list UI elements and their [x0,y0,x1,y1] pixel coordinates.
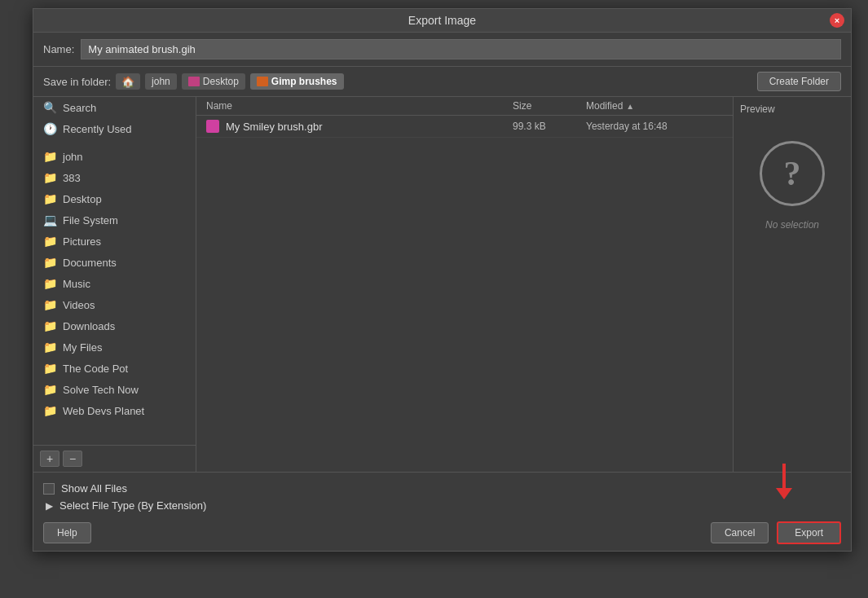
sidebar-documents-label: Documents [63,257,117,269]
create-folder-button[interactable]: Create Folder [757,72,841,91]
folder-icon-john: 📁 [43,150,56,163]
col-header-name[interactable]: Name [196,100,513,112]
sidebar-scroll: 🔍 Search 🕐 Recently Used 📁 john 📁 383 [33,97,196,445]
file-cell-name: My Smiley brush.gbr [196,120,513,133]
sidebar-item-downloads[interactable]: 📁 Downloads [33,315,196,336]
sidebar-item-the-code-pot[interactable]: 📁 The Code Pot [33,358,196,379]
sidebar-desktop-label: Desktop [63,193,102,205]
sidebar-item-pictures[interactable]: 📁 Pictures [33,231,196,252]
filename-input[interactable] [81,39,841,59]
export-dialog: Export Image × Name: Save in folder: 🏠 j… [33,8,852,552]
folder-icon-solve-tech-now: 📁 [43,383,56,396]
breadcrumb-gimp-brushes-label: Gimp brushes [271,76,337,87]
sidebar-item-desktop[interactable]: 📁 Desktop [33,188,196,209]
folder-icon-the-code-pot: 📁 [43,362,56,375]
table-row[interactable]: My Smiley brush.gbr 99.3 kB Yesterday at… [196,116,733,138]
select-file-type-label: Select File Type (By Extension) [59,499,206,512]
action-buttons: Help Cancel Export [43,518,841,544]
sidebar-item-solve-tech-now[interactable]: 📁 Solve Tech Now [33,379,196,400]
sidebar-recently-used-label: Recently Used [63,123,132,135]
export-button-container: Export [777,521,841,544]
name-label: Name: [43,43,74,55]
sidebar-item-web-devs-planet[interactable]: 📁 Web Devs Planet [33,400,196,421]
cancel-button[interactable]: Cancel [711,522,769,543]
sort-arrow-icon: ▲ [626,102,634,111]
arrow-shaft [782,464,786,488]
preview-label: Preview [740,103,775,115]
sidebar-item-music[interactable]: 📁 Music [33,273,196,294]
folder-row: Save in folder: 🏠 john Desktop Gimp brus… [33,67,851,97]
save-in-folder-label: Save in folder: [43,76,111,88]
breadcrumb-john-label: john [152,76,170,87]
sidebar-item-my-files[interactable]: 📁 My Files [33,336,196,358]
column-headers: Name Size Modified ▲ [196,97,733,116]
help-button[interactable]: Help [43,522,91,543]
recently-used-icon: 🕐 [43,122,56,135]
name-row: Name: [33,33,851,67]
folder-icon-pictures: 📁 [43,235,56,248]
show-all-files-label: Show All Files [61,482,127,495]
sidebar-item-videos[interactable]: 📁 Videos [33,294,196,315]
add-bookmark-button[interactable]: + [40,451,59,467]
sidebar-the-code-pot-label: The Code Pot [63,363,128,375]
folder-icon-downloads: 📁 [43,319,56,332]
desktop-folder-icon [188,77,200,86]
sidebar-item-search[interactable]: 🔍 Search [33,97,196,118]
sidebar-john-label: john [63,151,83,163]
folder-icon-383: 📁 [43,171,56,184]
no-selection-text: No selection [765,219,819,231]
options-row: Show All Files ▶ Select File Type (By Ex… [43,479,841,518]
title-bar: Export Image × [33,9,851,33]
expand-icon: ▶ [43,500,55,512]
file-name: My Smiley brush.gbr [226,121,322,133]
breadcrumb-desktop-label: Desktop [203,76,239,87]
sidebar-item-john[interactable]: 📁 john [33,146,196,167]
home-icon: 🏠 [122,76,134,87]
breadcrumb-home[interactable]: 🏠 [116,73,140,90]
sidebar-my-files-label: My Files [63,341,102,354]
show-all-files-row[interactable]: Show All Files [43,482,841,495]
dialog-title: Export Image [408,14,476,27]
folder-icon-web-devs-planet: 📁 [43,404,56,417]
file-rows: My Smiley brush.gbr 99.3 kB Yesterday at… [196,116,733,472]
folder-icon-my-files: 📁 [43,341,56,354]
breadcrumb-john[interactable]: john [145,73,177,90]
gimp-brushes-folder-icon [257,77,268,86]
file-system-icon: 💻 [43,213,56,226]
file-cell-modified: Yesterday at 16:48 [586,121,733,132]
col-header-modified[interactable]: Modified ▲ [586,100,733,112]
search-icon: 🔍 [43,101,56,114]
sidebar-downloads-label: Downloads [63,320,115,332]
sidebar-search-label: Search [63,102,96,114]
breadcrumb-gimp-brushes[interactable]: Gimp brushes [250,73,344,90]
col-header-size[interactable]: Size [513,100,586,112]
bottom-area: Show All Files ▶ Select File Type (By Ex… [33,472,851,551]
main-area: 🔍 Search 🕐 Recently Used 📁 john 📁 383 [33,97,851,472]
sidebar-item-recently-used[interactable]: 🕐 Recently Used [33,118,196,139]
folder-icon-desktop: 📁 [43,192,56,205]
sidebar-item-file-system[interactable]: 💻 File System [33,209,196,231]
sidebar-item-383[interactable]: 📁 383 [33,167,196,188]
breadcrumb-desktop[interactable]: Desktop [182,73,245,90]
folder-icon-music: 📁 [43,277,56,290]
file-thumbnail [206,120,219,133]
export-button[interactable]: Export [777,521,841,544]
sidebar-item-documents[interactable]: 📁 Documents [33,252,196,273]
arrow-indicator [776,464,792,499]
preview-icon-circle: ? [760,141,825,206]
sidebar-383-label: 383 [63,172,81,184]
close-button[interactable]: × [830,13,844,28]
file-cell-size: 99.3 kB [513,121,586,132]
preview-panel: Preview ? No selection [733,97,851,472]
folder-icon-documents: 📁 [43,256,56,269]
remove-bookmark-button[interactable]: − [63,451,82,467]
sidebar-solve-tech-now-label: Solve Tech Now [63,384,139,396]
select-file-type-row[interactable]: ▶ Select File Type (By Extension) [43,499,841,512]
arrow-head [776,488,792,499]
sidebar-pictures-label: Pictures [63,235,101,248]
sidebar-add-remove: + − [33,445,196,472]
show-all-files-checkbox[interactable] [43,483,55,495]
file-list-area: Name Size Modified ▲ My Smiley brush.gbr… [196,97,733,472]
sidebar-music-label: Music [63,278,90,290]
folder-icon-videos: 📁 [43,298,56,311]
